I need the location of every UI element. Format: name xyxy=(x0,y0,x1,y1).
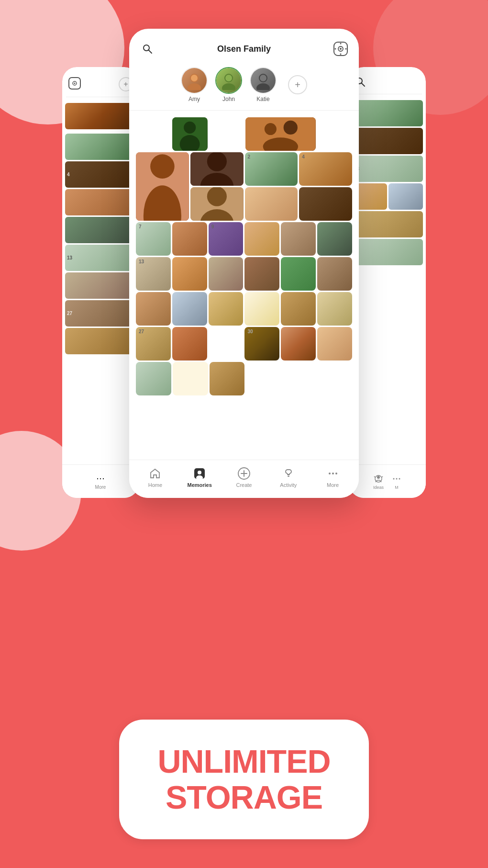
bottom-section: UNLIMITED STORAGE xyxy=(0,542,488,868)
photo-cell[interactable] xyxy=(244,257,279,291)
nav-create[interactable]: Create xyxy=(230,467,258,488)
avatar-katie[interactable]: Katie xyxy=(250,67,277,102)
photo-cell[interactable]: 27 xyxy=(136,327,171,361)
svg-point-9 xyxy=(340,54,341,55)
photo-cell[interactable] xyxy=(317,222,352,256)
storage-line2: STORAGE xyxy=(157,779,330,815)
side-photo: 4 xyxy=(65,161,136,188)
svg-point-16 xyxy=(225,75,232,81)
photo-cell[interactable] xyxy=(317,327,352,361)
photo-cell[interactable] xyxy=(190,187,244,221)
create-icon xyxy=(237,467,251,480)
nav-memories-label: Memories xyxy=(188,482,212,488)
home-icon xyxy=(148,467,162,480)
photo-cell[interactable]: 2 xyxy=(245,152,298,186)
svg-point-54 xyxy=(399,478,400,479)
photo-cell[interactable] xyxy=(299,187,352,221)
svg-point-14 xyxy=(188,83,201,90)
side-photo xyxy=(65,134,136,160)
photo-cell[interactable] xyxy=(281,257,316,291)
side-photo: 27 xyxy=(352,211,423,237)
bottom-nav: Home Memories xyxy=(129,460,359,498)
photo-cell[interactable] xyxy=(172,117,207,151)
svg-point-35 xyxy=(207,187,227,206)
nav-home-label: Home xyxy=(148,482,162,488)
photo-cell[interactable] xyxy=(245,117,316,151)
svg-point-45 xyxy=(329,473,331,474)
photo-cell[interactable] xyxy=(210,362,245,395)
photo-cell[interactable] xyxy=(209,292,244,326)
storage-badge: UNLIMITED STORAGE xyxy=(119,720,368,839)
left-nav-more-label: More xyxy=(95,485,106,490)
side-photo xyxy=(388,183,423,210)
svg-line-49 xyxy=(362,83,365,87)
photo-cell[interactable] xyxy=(209,257,244,291)
avatar-john[interactable]: John xyxy=(215,67,242,102)
photo-grid: 2 4 7 9 xyxy=(129,114,359,398)
phone-right: 13 27 Ideas xyxy=(349,67,426,498)
avatar-amy[interactable]: Amy xyxy=(181,67,208,102)
svg-point-32 xyxy=(207,152,227,171)
side-photo: 13 xyxy=(65,245,136,271)
phone-header: Olsen Family xyxy=(129,29,359,63)
phone-left: + 4 13 27 xyxy=(62,67,139,498)
photo-cell[interactable] xyxy=(245,187,298,221)
photo-cell[interactable]: 30 xyxy=(244,327,279,361)
header-divider xyxy=(129,110,359,111)
app-title: Olsen Family xyxy=(217,44,271,54)
nav-home[interactable]: Home xyxy=(141,467,169,488)
svg-point-11 xyxy=(345,48,346,50)
photo-cell[interactable] xyxy=(281,222,316,256)
photo-cell[interactable] xyxy=(244,222,279,256)
avatar-amy-name: Amy xyxy=(189,96,200,102)
side-photo xyxy=(352,100,423,126)
app-logo xyxy=(332,40,349,57)
phones-container: + 4 13 27 xyxy=(0,29,488,498)
search-button[interactable] xyxy=(139,40,156,57)
photo-cell[interactable]: 13 xyxy=(136,257,171,291)
svg-rect-43 xyxy=(288,474,289,475)
photo-cell[interactable] xyxy=(136,292,171,326)
photo-cell[interactable] xyxy=(244,292,279,326)
svg-point-47 xyxy=(335,473,337,474)
svg-point-20 xyxy=(256,83,270,90)
side-photo xyxy=(65,103,136,129)
photo-cell[interactable] xyxy=(136,362,171,395)
svg-point-25 xyxy=(265,123,277,135)
photo-cell[interactable] xyxy=(190,152,244,186)
storage-line1: UNLIMITED xyxy=(157,744,330,779)
right-nav-ideas-label: Ideas xyxy=(373,485,384,490)
photo-cell-tall[interactable] xyxy=(136,152,189,221)
nav-memories[interactable]: Memories xyxy=(185,467,214,488)
avatar-katie-name: Katie xyxy=(256,96,269,102)
photo-cell[interactable] xyxy=(317,292,352,326)
activity-icon xyxy=(282,467,295,480)
photo-cell[interactable] xyxy=(281,327,316,361)
nav-more[interactable]: More xyxy=(319,467,347,488)
phone-center: Olsen Family xyxy=(129,29,359,498)
photo-cell[interactable]: 7 xyxy=(136,222,171,256)
photo-cell[interactable] xyxy=(172,292,207,326)
photo-cell[interactable]: 4 xyxy=(299,152,352,186)
photo-cell[interactable] xyxy=(281,292,316,326)
photo-cell[interactable] xyxy=(172,222,207,256)
add-member-button[interactable]: + xyxy=(288,75,307,94)
photo-cell[interactable] xyxy=(317,257,352,291)
side-photo xyxy=(65,272,136,299)
side-photo: 13 xyxy=(352,156,423,182)
right-nav-m-label: M xyxy=(395,485,399,490)
nav-activity[interactable]: Activity xyxy=(274,467,303,488)
svg-point-17 xyxy=(222,83,235,90)
photo-cell[interactable] xyxy=(172,327,207,361)
photo-cell[interactable] xyxy=(172,257,207,291)
svg-point-52 xyxy=(393,478,395,479)
avatars-row: Amy John xyxy=(129,63,359,110)
svg-point-38 xyxy=(198,471,201,474)
svg-point-26 xyxy=(284,121,298,135)
more-icon xyxy=(326,467,340,480)
side-photo xyxy=(65,189,136,215)
svg-point-53 xyxy=(396,478,398,479)
svg-point-22 xyxy=(184,122,196,134)
nav-more-label: More xyxy=(327,482,339,488)
photo-cell[interactable]: 9 xyxy=(209,222,244,256)
